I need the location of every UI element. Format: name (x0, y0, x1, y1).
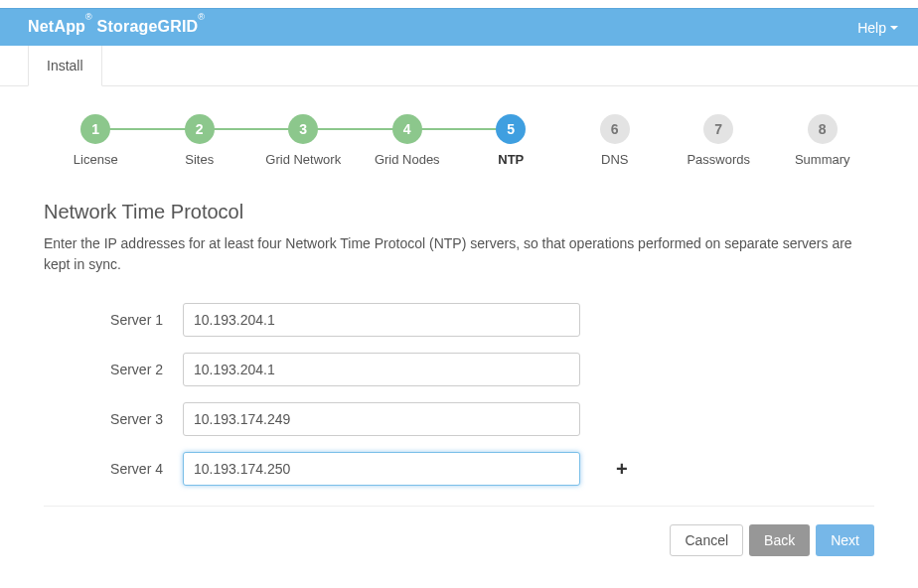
server-row: Server 1 (44, 303, 874, 337)
tab-bar: Install (0, 46, 918, 86)
step-passwords[interactable]: 7Passwords (667, 114, 771, 167)
brand-storagegrid: StorageGRID (92, 19, 198, 36)
step-license[interactable]: 1License (44, 114, 148, 167)
step-label: NTP (498, 152, 524, 167)
server-label: Server 2 (44, 362, 183, 377)
step-number: 8 (808, 114, 838, 144)
step-label: Summary (795, 152, 850, 167)
step-label: DNS (601, 152, 628, 167)
ntp-form: Server 1Server 2Server 3Server 4+ (44, 303, 874, 486)
step-number: 7 (703, 114, 733, 144)
top-bar: NetApp® StorageGRID® Help (0, 8, 918, 46)
tab-install[interactable]: Install (28, 46, 102, 86)
step-label: License (74, 152, 118, 167)
brand-netapp: NetApp (28, 19, 85, 36)
server-row: Server 3 (44, 402, 874, 436)
next-button[interactable]: Next (816, 524, 874, 556)
footer-buttons: Cancel Back Next (44, 524, 874, 556)
reg-mark: ® (85, 12, 92, 22)
server-input-4[interactable] (183, 452, 580, 486)
server-label: Server 4 (44, 461, 183, 477)
reg-mark-2: ® (198, 12, 205, 22)
step-label: Passwords (687, 152, 750, 167)
server-input-2[interactable] (183, 353, 580, 386)
page-title: Network Time Protocol (44, 201, 874, 223)
step-label: Grid Network (265, 152, 341, 167)
back-button[interactable]: Back (749, 524, 810, 556)
server-input-3[interactable] (183, 402, 580, 436)
step-grid-network[interactable]: 3Grid Network (251, 114, 356, 167)
stepper: 1License2Sites3Grid Network4Grid Nodes5N… (44, 114, 874, 167)
step-ntp[interactable]: 5NTP (459, 114, 563, 167)
server-row: Server 4+ (44, 452, 874, 486)
step-number: 6 (600, 114, 630, 144)
cancel-button[interactable]: Cancel (670, 524, 743, 556)
server-row: Server 2 (44, 353, 874, 386)
brand: NetApp® StorageGRID® (28, 18, 205, 36)
server-input-1[interactable] (183, 303, 580, 337)
help-label: Help (857, 20, 886, 36)
step-number: 5 (496, 114, 526, 144)
step-label: Grid Nodes (375, 152, 440, 167)
step-sites[interactable]: 2Sites (148, 114, 252, 167)
step-number: 1 (80, 114, 110, 144)
add-server-icon[interactable]: + (616, 459, 628, 479)
step-label: Sites (185, 152, 214, 167)
chevron-down-icon (890, 26, 898, 30)
step-summary[interactable]: 8Summary (771, 114, 875, 167)
page-description: Enter the IP addresses for at least four… (44, 233, 874, 275)
step-number: 4 (392, 114, 422, 144)
divider (44, 506, 874, 507)
step-number: 2 (185, 114, 215, 144)
help-menu[interactable]: Help (857, 20, 898, 36)
step-dns[interactable]: 6DNS (563, 114, 668, 167)
main-content: 1License2Sites3Grid Network4Grid Nodes5N… (0, 86, 918, 576)
step-grid-nodes[interactable]: 4Grid Nodes (356, 114, 460, 167)
server-label: Server 3 (44, 411, 183, 427)
server-label: Server 1 (44, 312, 183, 328)
step-number: 3 (288, 114, 318, 144)
